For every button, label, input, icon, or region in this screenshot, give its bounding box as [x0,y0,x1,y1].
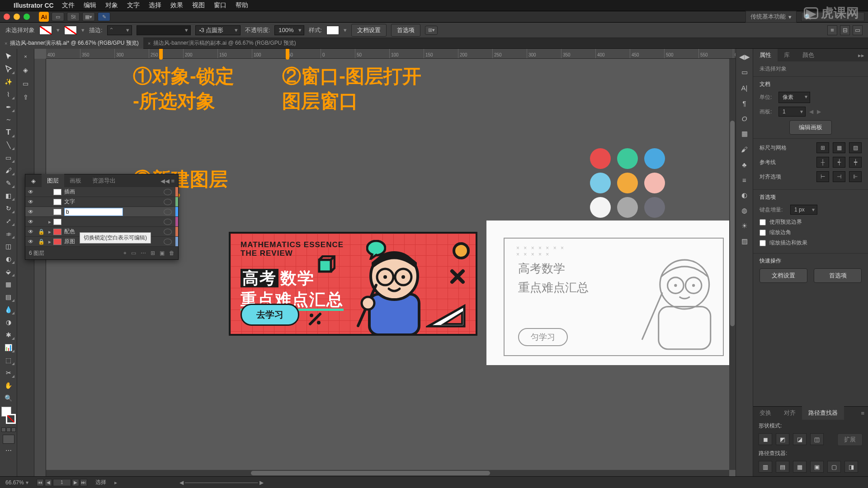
eraser-tool[interactable]: ◧ [2,190,15,202]
tab-artboards[interactable]: 画板 [64,174,87,188]
artboard-next-icon[interactable]: ▶ [817,108,821,115]
width-tool[interactable]: ⟚ [2,228,15,239]
graphic-styles-icon[interactable]: ▨ [738,235,751,248]
smart-guides-icon[interactable]: ┿ [849,157,862,168]
panel-collapse-icon[interactable]: ▸▸ [854,52,868,59]
divide-icon[interactable]: ▥ [759,461,772,473]
stock-icon[interactable]: St [67,12,80,21]
quick-prefs-button[interactable]: 首选项 [814,268,862,283]
tab-layers[interactable]: 图层 [42,174,64,188]
stroke-profile[interactable]: • 3 点圆形 [195,25,241,35]
opacity-input[interactable]: 100% [274,25,304,35]
menu-object[interactable]: 对象 [105,1,118,9]
panel-menu-icon[interactable]: ≡ [857,410,868,417]
workspace-switcher[interactable]: 传统基本功能▾ [745,11,797,23]
type-icon[interactable]: A| [738,81,751,94]
canvas-scrollbar-h[interactable] [46,470,729,476]
curvature-tool[interactable]: ～ [2,114,15,126]
canvas[interactable]: 4003503002502001501005005010015020025030… [34,49,736,476]
expand-button[interactable]: 扩展 [837,433,863,446]
paragraph-icon[interactable]: ¶ [738,97,751,109]
type-tool[interactable]: T [2,127,15,138]
bridge-icon[interactable]: ▭ [52,12,64,21]
edit-toolbar-button[interactable]: ⋯ [2,445,15,456]
guides-show-icon[interactable]: ┼ [816,157,829,168]
expand-panels-icon[interactable]: ◀▶ [738,51,751,63]
search-input[interactable]: 🔍 [801,12,864,21]
expand-icon[interactable]: ▸ [46,239,53,245]
prefs-button[interactable]: 首选项 [391,24,420,37]
layer-menu-icon[interactable]: ⋯ [141,250,146,256]
layers-panel-icon[interactable]: ◈ [29,176,38,185]
layer-name[interactable] [64,208,164,216]
target-icon[interactable] [164,219,172,225]
menu-view[interactable]: 视图 [192,1,205,9]
scale-tool[interactable]: ⤢ [2,215,15,227]
target-icon[interactable] [164,189,172,195]
minus-front-icon[interactable]: ◩ [776,433,789,445]
visibility-icon[interactable]: 👁 [25,199,36,205]
exclude-icon[interactable]: ◫ [810,433,824,445]
opentype-icon[interactable]: O [738,112,751,125]
target-icon[interactable] [164,209,172,215]
close-tab-icon[interactable]: × [5,41,7,46]
visibility-icon[interactable]: 👁 [25,219,36,225]
arrange-docs-icon[interactable]: ▦▾ [82,12,95,21]
gpu-icon[interactable]: ✎ [98,12,110,21]
rectangle-tool[interactable]: ▭ [2,152,15,164]
line-tool[interactable]: ╲ [2,139,15,151]
menu-effect[interactable]: 效果 [170,1,183,9]
align-to-icon[interactable]: ⊞▾ [425,26,438,35]
canvas-scrollbar-v[interactable] [729,59,736,470]
appearance-icon[interactable]: ☀ [738,220,751,232]
crop-icon[interactable]: ▣ [810,461,824,473]
opt-icon-2[interactable]: ⊟ [840,25,850,35]
magic-wand-tool[interactable]: ✨ [2,76,15,88]
gradient-icon[interactable]: ◐ [738,189,751,202]
close-tab-icon[interactable]: × [148,41,151,46]
tab-pathfinder[interactable]: 路径查找器 [802,406,844,420]
expand-icon[interactable]: ▸ [46,229,53,235]
unite-icon[interactable]: ◼ [759,433,772,445]
menu-edit[interactable]: 编辑 [84,1,96,9]
layer-row[interactable]: 👁▸ [25,217,178,227]
stroke-weight-input[interactable]: ⌃ [107,25,132,35]
visibility-icon[interactable]: 👁 [25,189,36,195]
make-clip-icon[interactable]: ▭ [131,250,136,256]
doc-setup-button[interactable]: 文档设置 [351,24,387,37]
delete-layer-icon[interactable]: 🗑 [169,250,175,256]
edit-artboard-button[interactable]: 编辑画板 [789,120,832,135]
tab-library[interactable]: 库 [778,49,796,62]
menu-help[interactable]: 帮助 [236,1,248,9]
last-artboard-icon[interactable]: ⏭ [80,479,87,486]
doc-tab-2[interactable]: × 描边风-banner演示稿的副本.ai @ 66.67% (RGB/GPU … [143,38,301,49]
transparency-grid-icon[interactable]: ▨ [849,142,862,153]
panel-close-icon[interactable]: × [19,51,33,62]
tab-properties[interactable]: 属性 [753,49,778,62]
menu-type[interactable]: 文字 [127,1,140,9]
perspective-tool[interactable]: ⬙ [2,266,15,277]
swatches-icon[interactable]: ▦ [738,127,751,140]
selection-tool[interactable] [2,51,15,62]
fill-stroke-control[interactable] [1,407,16,424]
stroke-swatch[interactable] [64,26,77,35]
maximize-window-button[interactable] [24,14,30,20]
trim-icon[interactable]: ▤ [776,461,789,473]
target-icon[interactable] [164,239,172,245]
outline-icon[interactable]: ▢ [827,461,841,473]
lock-icon[interactable]: 🔒 [36,239,46,245]
transparency-icon[interactable]: ◍ [738,204,751,217]
stroke-icon[interactable]: ≡ [738,174,751,186]
properties-icon[interactable]: ▭ [738,66,751,79]
new-layer-icon[interactable]: ▣ [160,250,165,256]
kbd-incr-input[interactable]: 1 px [790,205,817,215]
tab-align[interactable]: 对齐 [778,406,802,420]
paintbrush-tool[interactable]: 🖌 [2,164,15,176]
snap-point-icon[interactable]: ⊣ [833,171,845,182]
symbol-sprayer-tool[interactable]: ✱ [2,329,15,341]
rotate-tool[interactable]: ↻ [2,202,15,214]
target-icon[interactable] [164,229,172,235]
artboards-icon[interactable]: ▭ [19,78,33,89]
menu-window[interactable]: 窗口 [214,1,226,9]
guides-lock-icon[interactable]: ┽ [833,157,845,168]
